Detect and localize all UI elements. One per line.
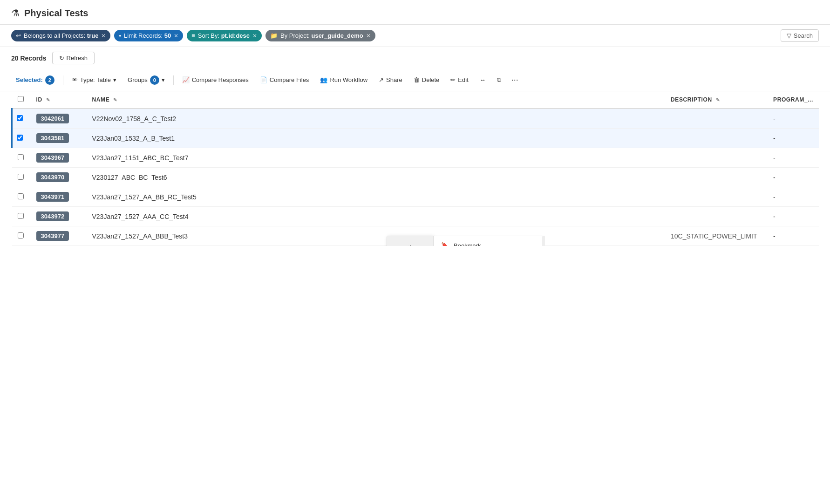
header-checkbox-col [12,91,31,109]
flask-icon: ⚗ [11,7,20,19]
row-program: - [768,148,819,168]
compare-files-button[interactable]: 📄 Compare Files [255,74,314,86]
id-badge: 3043970 [36,172,69,182]
copy-icon: ⧉ [497,76,501,84]
table-header-row: ID ✎ NAME ✎ DESCRIPTION ✎ PROGRAM_... [12,91,819,109]
chip-icon-sort: ≡ [191,32,195,39]
table-row: 3043972V23Jan27_1527_AAA_CC_Test4- [12,207,819,226]
context-menu: ⚙ Operations ✔✔ Selection Group ⚙⚙ Gener… [387,236,545,246]
row-program: - [768,168,819,187]
row-checkbox[interactable] [18,232,24,238]
chip-label-sort: Sort By: pt.id:desc [198,32,250,39]
edit-label: Edit [458,76,468,83]
chip-icon-limit: ▪ [119,32,121,39]
row-checkbox[interactable] [18,213,24,219]
table-row: 3043970V230127_ABC_BC_Test6- [12,168,819,187]
filter-chip-sort[interactable]: ≡ Sort By: pt.id:desc ✕ [187,30,262,41]
table-row: 3043971V23Jan27_1527_AA_BB_RC_Test5- [12,187,819,207]
run-workflow-label: Run Workflow [330,76,367,83]
chip-close-sort[interactable]: ✕ [252,33,257,39]
groups-count-badge: 0 [150,75,159,85]
share-icon: ↗ [379,76,384,83]
chip-label-limit: Limit Records: 50 [124,32,171,39]
table-row: 3042061V22Nov02_1758_A_C_Test2- [12,109,819,129]
header-program: PROGRAM_... [768,91,819,109]
sort-icon-desc: ✎ [716,97,720,102]
row-checkbox[interactable] [18,193,24,199]
search-button[interactable]: ▽ Search [781,29,819,42]
row-description [665,129,768,148]
bookmark-icon: 🔖 [441,242,449,246]
type-selector[interactable]: 👁 Type: Table ▾ [67,74,121,86]
expand-icon: ↔ [480,76,486,83]
share-button[interactable]: ↗ Share [374,74,407,86]
compare-files-icon: 📄 [260,76,267,83]
compare-responses-button[interactable]: 📈 Compare Responses [177,74,253,86]
context-menu-right-wrapper: 🔖 Bookmark 📁 Organize Extract Multi-test… [433,236,545,246]
chip-icon-project: 📁 [270,32,278,39]
run-workflow-button[interactable]: 👥 Run Workflow [315,74,372,86]
delete-button[interactable]: 🗑 Delete [409,74,444,86]
selected-label: Selected: [16,76,43,83]
run-workflow-icon: 👥 [320,76,327,83]
selected-badge: Selected: 2 [11,73,59,87]
page-title: Physical Tests [24,8,88,19]
id-badge: 3043967 [36,153,69,163]
row-description [665,168,768,187]
context-operations[interactable]: ⚙ Operations [387,236,433,246]
toolbar-divider-1 [63,75,63,85]
row-checkbox[interactable] [17,135,23,141]
id-badge: 3043971 [36,192,69,202]
trash-icon: 🗑 [414,76,420,83]
chip-icon-belongs: ↩ [16,32,21,39]
eye-icon: 👁 [72,76,78,83]
chip-label-belongs: Belongs to all Projects: true [24,32,98,39]
expand-button[interactable]: ↔ [475,74,490,86]
records-count: 20 Records [11,54,47,62]
records-table: ID ✎ NAME ✎ DESCRIPTION ✎ PROGRAM_... 30… [11,91,819,246]
context-menu-left: ⚙ Operations ✔✔ Selection Group ⚙⚙ Gener… [387,236,433,246]
chip-close-limit[interactable]: ✕ [174,33,178,39]
row-program: - [768,109,819,129]
selected-count-badge: 2 [45,75,54,85]
row-program: - [768,207,819,226]
page-header: ⚗ Physical Tests [0,0,830,25]
row-program: - [768,187,819,207]
filter-bar: ↩ Belongs to all Projects: true ✕ ▪ Limi… [0,25,830,47]
row-description [665,207,768,226]
row-checkbox[interactable] [17,115,23,121]
edit-button[interactable]: ✏ Edit [446,74,473,86]
delete-label: Delete [422,76,440,83]
row-checkbox[interactable] [18,174,24,180]
records-bar: 20 Records ↻ Refresh [0,47,830,69]
chip-close-project[interactable]: ✕ [366,33,371,39]
row-checkbox[interactable] [18,154,24,160]
share-label: Share [386,76,402,83]
chip-label-project: By Project: user_guide_demo [280,32,363,39]
refresh-button[interactable]: ↻ Refresh [52,52,95,64]
groups-label: Groups [128,76,148,83]
chip-close-belongs[interactable]: ✕ [101,33,106,39]
context-bookmark[interactable]: 🔖 Bookmark [434,236,544,246]
copy-button[interactable]: ⧉ [492,74,506,86]
filter-chip-belongs[interactable]: ↩ Belongs to all Projects: true ✕ [11,30,110,41]
menu-scrollbar[interactable] [542,236,545,246]
refresh-icon: ↻ [59,54,64,61]
id-badge: 3043972 [36,211,69,221]
row-description [665,148,768,168]
row-program: - [768,226,819,246]
toolbar: Selected: 2 👁 Type: Table ▾ Groups 0 ▾ 📈… [0,69,830,91]
row-name: V22Nov02_1758_A_C_Test2 [87,109,666,129]
id-badge: 3043977 [36,231,69,241]
header-id: ID ✎ [31,91,87,109]
header-description: DESCRIPTION ✎ [665,91,768,109]
compare-responses-icon: 📈 [182,76,190,83]
filter-chip-project[interactable]: 📁 By Project: user_guide_demo ✕ [265,30,375,41]
filter-chip-limit[interactable]: ▪ Limit Records: 50 ✕ [114,30,183,41]
select-all-checkbox[interactable] [18,96,24,102]
row-description: 10C_STATIC_POWER_LIMIT [665,226,768,246]
sort-icon-name: ✎ [113,97,117,102]
groups-selector[interactable]: Groups 0 ▾ [123,73,170,87]
more-button[interactable]: ··· [508,73,522,87]
row-description [665,187,768,207]
